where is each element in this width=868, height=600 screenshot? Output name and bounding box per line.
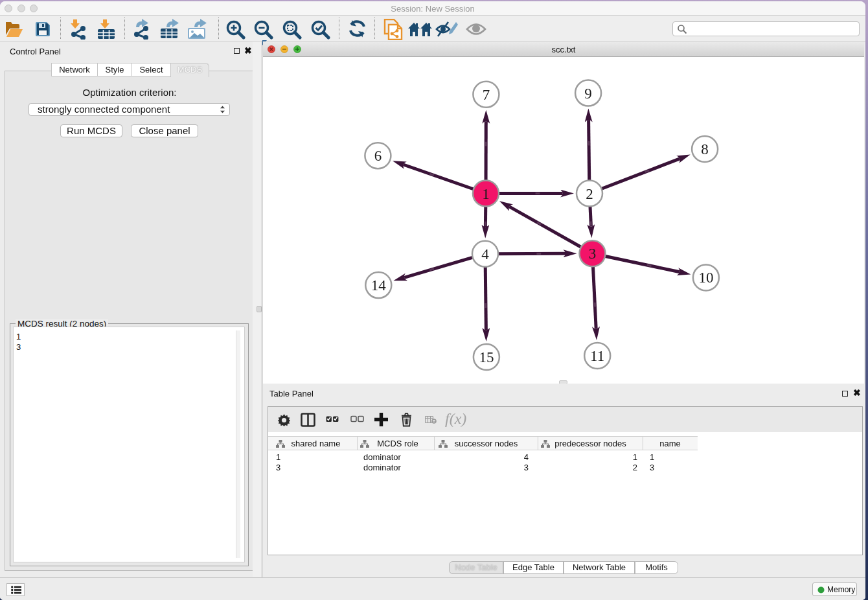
svg-text:9: 9 <box>584 86 592 102</box>
svg-text:7: 7 <box>483 87 490 103</box>
svg-text:15: 15 <box>479 349 494 365</box>
svg-text:3: 3 <box>589 246 597 262</box>
svg-text:11: 11 <box>590 348 604 364</box>
svg-text:8: 8 <box>701 141 709 157</box>
svg-text:14: 14 <box>371 277 387 294</box>
svg-text:10: 10 <box>698 270 713 286</box>
svg-text:2: 2 <box>586 186 593 202</box>
svg-text:6: 6 <box>374 148 382 164</box>
svg-text:4: 4 <box>481 246 489 262</box>
svg-text:1: 1 <box>482 186 490 202</box>
